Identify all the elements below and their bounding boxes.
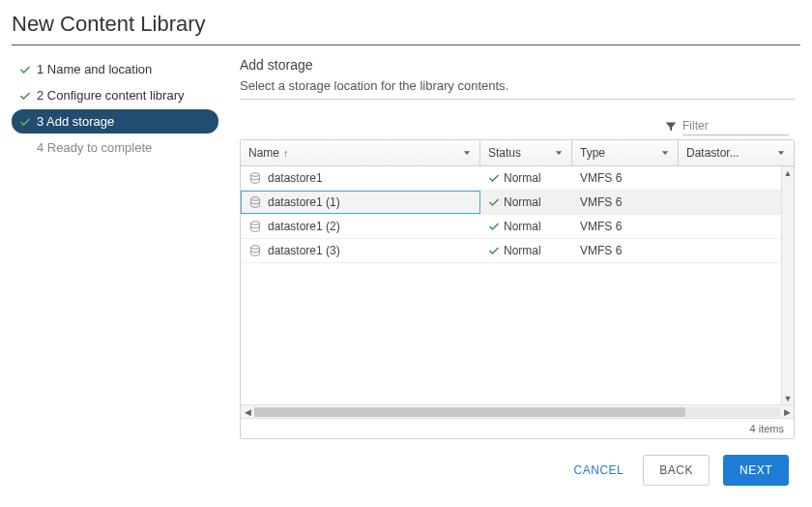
scroll-left-icon[interactable]: ◀ [241, 405, 254, 419]
filter-input[interactable] [682, 117, 789, 135]
grid-footer-count: 4 items [241, 418, 794, 438]
datastore-icon [248, 195, 262, 209]
chevron-down-icon[interactable] [776, 148, 786, 158]
cell-type: VMFS 6 [580, 171, 622, 185]
table-row[interactable]: datastore1 (1)NormalVMFS 6 [241, 191, 781, 215]
step-label: 4 Ready to complete [37, 140, 152, 155]
cell-status: Normal [504, 171, 541, 185]
cancel-button[interactable]: CANCEL [568, 456, 630, 485]
datastore-icon [248, 171, 262, 185]
svg-point-1 [251, 197, 260, 201]
column-label: Datastor... [686, 146, 740, 160]
cell-status: Normal [504, 244, 541, 257]
cell-type: VMFS 6 [580, 195, 622, 209]
svg-point-2 [251, 222, 260, 225]
section-rule [240, 99, 795, 100]
cell-status: Normal [504, 220, 541, 233]
datastore-grid: Name ↑ Status Type [240, 139, 795, 439]
scroll-track[interactable] [254, 407, 780, 417]
check-icon [488, 172, 500, 184]
filter-icon[interactable] [665, 121, 677, 133]
step-label: 2 Configure content library [37, 88, 184, 103]
svg-point-0 [251, 173, 260, 177]
scroll-right-icon[interactable]: ▶ [780, 405, 794, 419]
cell-name: datastore1 (3) [268, 244, 340, 257]
column-header-status[interactable]: Status [480, 140, 572, 165]
wizard-steps-sidebar: 1 Name and location 2 Configure content … [12, 57, 218, 493]
step-ready-to-complete: 4 Ready to complete [12, 135, 218, 160]
chevron-down-icon[interactable] [660, 148, 670, 158]
cell-name: datastore1 (1) [268, 195, 340, 209]
cell-status: Normal [504, 195, 541, 209]
column-label: Status [488, 146, 521, 160]
title-rule [12, 45, 800, 45]
check-icon [19, 90, 31, 102]
check-icon [488, 221, 500, 232]
step-add-storage[interactable]: 3 Add storage [12, 109, 218, 134]
table-row[interactable]: datastore1 (3)NormalVMFS 6 [241, 239, 781, 263]
wizard-title: New Content Library [12, 10, 800, 45]
vertical-scrollbar[interactable]: ▲ ▼ [781, 166, 794, 404]
datastore-icon [248, 244, 262, 257]
cell-name: datastore1 [268, 171, 323, 185]
table-row[interactable]: datastore1NormalVMFS 6 [241, 166, 781, 191]
cell-type: VMFS 6 [580, 220, 622, 233]
step-label: 1 Name and location [37, 62, 152, 76]
column-label: Type [580, 146, 605, 160]
section-heading: Add storage [240, 57, 795, 73]
check-icon [488, 245, 500, 256]
chevron-down-icon[interactable] [554, 148, 564, 158]
check-icon [19, 64, 31, 75]
table-row[interactable]: datastore1 (2)NormalVMFS 6 [241, 215, 781, 239]
svg-point-3 [251, 246, 260, 250]
scroll-up-icon[interactable]: ▲ [782, 166, 794, 179]
column-header-name[interactable]: Name ↑ [241, 140, 480, 165]
step-name-and-location[interactable]: 1 Name and location [12, 57, 218, 81]
sort-ascending-icon: ↑ [283, 147, 289, 159]
scroll-thumb[interactable] [254, 407, 685, 417]
column-header-type[interactable]: Type [572, 140, 679, 165]
check-icon [19, 116, 31, 128]
column-label: Name [248, 146, 279, 160]
back-button[interactable]: BACK [643, 455, 710, 486]
section-description: Select a storage location for the librar… [240, 78, 795, 93]
horizontal-scrollbar[interactable]: ◀ ▶ [241, 404, 794, 418]
datastore-icon [248, 220, 262, 233]
grid-header: Name ↑ Status Type [241, 140, 794, 166]
cell-type: VMFS 6 [580, 244, 622, 257]
scroll-down-icon[interactable]: ▼ [782, 392, 794, 404]
chevron-down-icon[interactable] [462, 148, 472, 158]
next-button[interactable]: NEXT [723, 455, 789, 486]
check-icon [19, 142, 31, 154]
step-configure-content-library[interactable]: 2 Configure content library [12, 83, 218, 107]
step-label: 3 Add storage [37, 114, 114, 129]
check-icon [488, 196, 500, 208]
cell-name: datastore1 (2) [268, 220, 340, 233]
column-header-datastore[interactable]: Datastor... [679, 140, 794, 165]
